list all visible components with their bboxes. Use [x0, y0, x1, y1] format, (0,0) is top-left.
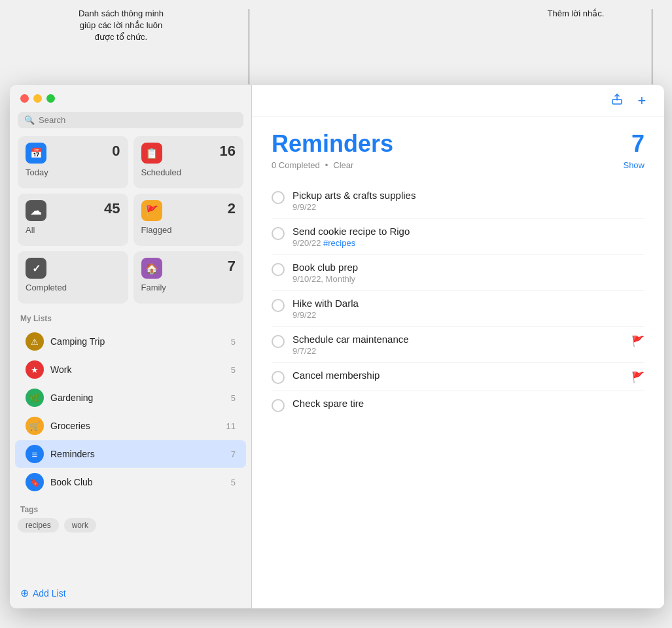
sidebar-item-groceries[interactable]: 🛒 Groceries 11	[15, 412, 246, 440]
flagged-label: Flagged	[141, 225, 236, 235]
reminder-item: Book club prep 9/10/22, Monthly	[272, 255, 645, 291]
completed-count-label: 0 Completed	[272, 160, 320, 170]
reminder-title: Schedule car maintenance	[292, 334, 624, 345]
work-list-count: 5	[231, 365, 236, 375]
groceries-list-icon: 🛒	[26, 417, 44, 435]
sidebar-item-work[interactable]: ★ Work 5	[15, 356, 246, 383]
gardening-list-name: Gardening	[50, 392, 224, 403]
search-input[interactable]	[39, 115, 237, 125]
app-window: 🔍 📅 0 Today 📋 16 Scheduled	[10, 85, 664, 608]
tags-heading: Tags	[10, 502, 251, 518]
smart-grid: 📅 0 Today 📋 16 Scheduled ☁ 45 All	[10, 136, 251, 311]
reminders-list: Pickup arts & crafts supplies 9/9/22 Sen…	[272, 183, 645, 419]
reminder-subtitle: 9/10/22, Monthly	[292, 274, 645, 284]
all-icon: ☁	[26, 200, 46, 221]
bookclub-list-count: 5	[231, 478, 236, 487]
scheduled-label: Scheduled	[141, 167, 236, 177]
maximize-button[interactable]	[46, 94, 55, 103]
reminder-title: Send cookie recipe to Rigo	[292, 226, 645, 237]
callout-left-text: Danh sách thông minh giúp các lời nhắc l…	[79, 9, 164, 42]
reminder-checkbox[interactable]	[272, 371, 285, 384]
main-content: + Reminders 7 0 Completed • Clear Show	[252, 85, 664, 608]
reminder-checkbox[interactable]	[272, 299, 285, 312]
family-count: 7	[228, 258, 236, 275]
completed-bar: 0 Completed • Clear Show	[272, 160, 645, 170]
all-count: 45	[104, 200, 120, 217]
smart-card-flagged[interactable]: 🚩 2 Flagged	[133, 194, 244, 246]
share-icon	[611, 94, 623, 109]
callout-left: Danh sách thông minh giúp các lời nhắc l…	[49, 8, 193, 44]
list-title: Reminders	[272, 130, 393, 158]
flag-icon: 🚩	[631, 335, 645, 347]
add-list-label: Add List	[33, 588, 66, 599]
reminders-list-count: 7	[231, 449, 236, 459]
minimize-button[interactable]	[33, 94, 42, 103]
add-list-button[interactable]: ⊕ Add List	[10, 580, 251, 608]
my-lists-heading: My Lists	[10, 311, 251, 327]
today-count: 0	[112, 143, 120, 160]
smart-card-scheduled[interactable]: 📋 16 Scheduled	[133, 136, 244, 188]
today-label: Today	[26, 167, 120, 177]
completed-icon: ✓	[26, 258, 46, 279]
reminder-subtitle: 9/9/22	[292, 310, 645, 320]
flag-icon: 🚩	[631, 371, 645, 383]
reminder-item: Hike with Darla 9/9/22	[272, 291, 645, 327]
sidebar-item-gardening[interactable]: 🌿 Gardening 5	[15, 384, 246, 411]
all-label: All	[26, 225, 120, 235]
reminder-title: Book club prep	[292, 262, 645, 273]
sidebar-item-bookclub[interactable]: 🔖 Book Club 5	[15, 468, 246, 496]
list-total-count: 7	[631, 130, 645, 158]
window-controls	[10, 85, 251, 109]
work-list-name: Work	[50, 364, 224, 375]
smart-card-family[interactable]: 🏠 7 Family	[133, 251, 244, 304]
bookclub-list-name: Book Club	[50, 477, 224, 487]
tag-work[interactable]: work	[64, 518, 96, 532]
reminder-subtitle: 9/7/22	[292, 346, 624, 356]
groceries-list-name: Groceries	[50, 421, 220, 431]
reminder-title: Hike with Darla	[292, 298, 645, 309]
add-reminder-button[interactable]: +	[633, 92, 651, 110]
today-icon: 📅	[26, 143, 46, 164]
search-bar: 🔍	[18, 112, 243, 128]
reminder-tag[interactable]: #recipes	[323, 238, 355, 248]
family-label: Family	[141, 283, 236, 292]
reminder-item: Cancel membership 🚩	[272, 363, 645, 391]
add-list-plus-icon: ⊕	[20, 587, 29, 599]
work-list-icon: ★	[26, 360, 44, 379]
sidebar: 🔍 📅 0 Today 📋 16 Scheduled	[10, 85, 252, 608]
tag-recipes[interactable]: recipes	[18, 518, 59, 532]
show-link[interactable]: Show	[623, 160, 645, 170]
tags-row: recipes work	[10, 518, 251, 538]
smart-card-completed[interactable]: ✓ Completed	[18, 251, 128, 304]
callout-right: Thêm lời nhắc.	[523, 8, 628, 20]
sidebar-item-camping[interactable]: ⚠ Camping Trip 5	[15, 328, 246, 355]
reminder-subtitle: 9/9/22	[292, 202, 645, 212]
reminders-list-name: Reminders	[50, 449, 224, 459]
gardening-list-count: 5	[231, 393, 236, 403]
reminder-title: Cancel membership	[292, 370, 624, 381]
family-icon: 🏠	[141, 258, 162, 279]
reminder-item: Pickup arts & crafts supplies 9/9/22	[272, 183, 645, 219]
reminder-checkbox[interactable]	[272, 227, 285, 240]
reminders-list-icon: ≡	[26, 445, 44, 463]
share-button[interactable]	[608, 92, 626, 110]
sidebar-item-reminders[interactable]: ≡ Reminders 7	[15, 440, 246, 468]
reminder-checkbox[interactable]	[272, 263, 285, 276]
sidebar-scroll: My Lists ⚠ Camping Trip 5 ★ Work 5 🌿	[10, 311, 251, 580]
smart-card-today[interactable]: 📅 0 Today	[18, 136, 128, 188]
reminder-checkbox[interactable]	[272, 191, 285, 204]
scheduled-count: 16	[220, 143, 236, 160]
smart-card-all[interactable]: ☁ 45 All	[18, 194, 128, 246]
reminder-checkbox[interactable]	[272, 335, 285, 348]
reminder-title: Pickup arts & crafts supplies	[292, 190, 645, 201]
callout-line-right	[652, 9, 652, 84]
reminder-item: Schedule car maintenance 9/7/22 🚩	[272, 327, 645, 363]
scheduled-icon: 📋	[141, 143, 162, 164]
close-button[interactable]	[20, 94, 29, 103]
reminder-subtitle: 9/20/22 #recipes	[292, 238, 645, 248]
main-body: Reminders 7 0 Completed • Clear Show Pic…	[252, 117, 664, 608]
reminder-title: Check spare tire	[292, 398, 645, 409]
gardening-list-icon: 🌿	[26, 389, 44, 407]
clear-link[interactable]: Clear	[333, 160, 353, 170]
reminder-checkbox[interactable]	[272, 399, 285, 412]
